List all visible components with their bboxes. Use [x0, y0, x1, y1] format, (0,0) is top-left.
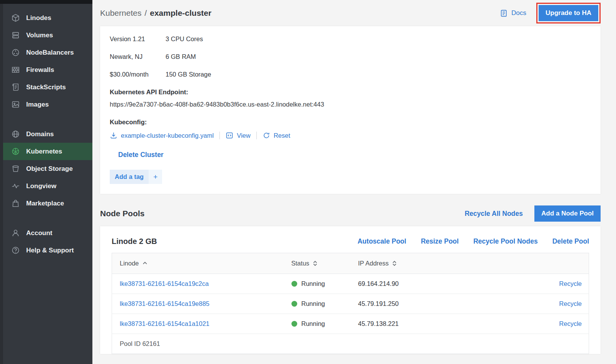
recycle-all-nodes-link[interactable]: Recycle All Nodes	[465, 210, 523, 218]
ip-address: 45.79.191.250	[350, 294, 470, 314]
recycle-node-link[interactable]: Recycle	[559, 300, 582, 307]
recycle-node-link[interactable]: Recycle	[559, 320, 582, 327]
pool-action-links: Autoscale Pool Resize Pool Recycle Pool …	[358, 237, 589, 245]
sidebar-item-nodebalancers[interactable]: NodeBalancers	[0, 44, 92, 61]
sidebar-item-longview[interactable]: Longview	[0, 177, 92, 195]
sidebar-item-label: Kubernetes	[26, 148, 62, 155]
column-header-status[interactable]: Status	[284, 253, 350, 274]
sidebar-item-volumes[interactable]: Volumes	[0, 27, 92, 44]
sidebar-group-services: Domains Kubernetes Object Storage	[0, 125, 92, 212]
table-row: lke38731-62161-6154ca1a1021 Running 45.7…	[112, 314, 589, 334]
sidebar-item-stackscripts[interactable]: StackScripts	[0, 78, 92, 96]
node-link[interactable]: lke38731-62161-6154ca1a1021	[120, 320, 209, 327]
cluster-storage: 150 GB Storage	[166, 71, 211, 78]
marketplace-bag-icon	[11, 199, 20, 208]
add-node-pool-button[interactable]: Add a Node Pool	[534, 205, 601, 222]
status-label: Running	[301, 320, 325, 327]
delete-pool-link[interactable]: Delete Pool	[552, 237, 589, 245]
sidebar-item-firewalls[interactable]: Firewalls	[0, 61, 92, 78]
ip-address: 45.79.138.221	[350, 314, 470, 334]
kubernetes-helm-icon	[11, 147, 20, 156]
divider	[256, 132, 257, 139]
sidebar-item-label: Longview	[26, 182, 56, 190]
sort-both-icon	[392, 260, 397, 266]
node-link[interactable]: lke38731-62161-6154ca19c2ca	[120, 280, 209, 287]
sort-asc-icon	[142, 260, 147, 266]
account-person-icon	[11, 229, 20, 238]
column-header-actions	[470, 253, 589, 274]
status-cell: Running	[291, 300, 350, 307]
sidebar-item-label: Firewalls	[26, 66, 54, 74]
kubeconfig-label: Kubeconfig:	[110, 119, 591, 126]
add-tag-button[interactable]: Add a tag +	[110, 170, 162, 184]
longview-pulse-icon	[11, 182, 20, 191]
sidebar-item-label: Linodes	[26, 14, 51, 22]
autoscale-pool-link[interactable]: Autoscale Pool	[358, 237, 406, 245]
cluster-cpu: 3 CPU Cores	[166, 35, 203, 43]
cluster-price: $30.00/month	[110, 71, 166, 78]
sidebar-item-label: Help & Support	[26, 247, 74, 254]
sidebar-item-label: Object Storage	[26, 165, 73, 173]
kubeconfig-download-link[interactable]: example-cluster-kubeconfig.yaml	[110, 132, 214, 139]
kubeconfig-reset-link[interactable]: Reset	[263, 132, 290, 139]
breadcrumb-separator: /	[144, 8, 147, 18]
main-content: Kubernetes / example-cluster Docs Upgrad…	[92, 0, 616, 364]
sidebar-group-compute: Linodes Volumes NodeBalancers	[0, 9, 92, 113]
docs-link[interactable]: Docs	[500, 9, 526, 17]
pool-name: Linode 2 GB	[112, 237, 157, 246]
upgrade-to-ha-button[interactable]: Upgrade to HA	[539, 5, 598, 21]
recycle-node-link[interactable]: Recycle	[559, 280, 582, 287]
sidebar-item-account[interactable]: Account	[0, 224, 92, 242]
view-code-icon	[226, 132, 233, 139]
node-pool-card: Linode 2 GB Autoscale Pool Resize Pool R…	[100, 226, 601, 354]
sidebar: Linodes Volumes NodeBalancers	[0, 0, 92, 364]
sidebar-item-label: Volumes	[26, 32, 53, 39]
status-cell: Running	[291, 320, 350, 327]
column-header-linode[interactable]: Linode	[112, 253, 284, 274]
sidebar-item-marketplace[interactable]: Marketplace	[0, 195, 92, 212]
node-pools-title: Node Pools	[100, 209, 145, 218]
api-endpoint-label: Kubernetes API Endpoint:	[110, 88, 591, 96]
sidebar-item-label: Account	[26, 229, 52, 237]
firewalls-brick-icon	[11, 65, 20, 75]
view-label: View	[237, 132, 250, 139]
sidebar-item-label: Domains	[26, 130, 54, 138]
cluster-region: Newark, NJ	[110, 53, 166, 60]
sidebar-item-kubernetes[interactable]: Kubernetes	[0, 143, 92, 160]
sidebar-logo-strip	[0, 0, 92, 4]
docs-icon	[500, 9, 508, 17]
sidebar-item-domains[interactable]: Domains	[0, 125, 92, 143]
page-header: Kubernetes / example-cluster Docs Upgrad…	[100, 0, 601, 22]
column-label: IP Address	[358, 260, 389, 267]
breadcrumb-current-cluster: example-cluster	[150, 8, 211, 18]
reset-refresh-icon	[263, 132, 270, 139]
status-cell: Running	[291, 280, 350, 287]
node-pools-header: Node Pools Recycle All Nodes Add a Node …	[100, 205, 601, 222]
breadcrumb-kubernetes-link[interactable]: Kubernetes	[100, 8, 141, 18]
sidebar-item-linodes[interactable]: Linodes	[0, 9, 92, 27]
reset-label: Reset	[274, 132, 290, 139]
status-dot-running	[291, 281, 297, 287]
pool-head: Linode 2 GB Autoscale Pool Resize Pool R…	[112, 237, 589, 246]
object-storage-bucket-icon	[11, 164, 20, 174]
column-header-ip-address[interactable]: IP Address	[350, 253, 470, 274]
sidebar-item-help-support[interactable]: Help & Support	[0, 242, 92, 259]
status-label: Running	[301, 300, 325, 307]
sidebar-item-images[interactable]: Images	[0, 96, 92, 113]
volumes-icon	[11, 31, 20, 40]
cluster-ram: 6 GB RAM	[166, 53, 196, 60]
sidebar-nav: Linodes Volumes NodeBalancers	[0, 4, 92, 259]
sidebar-edge-strip	[0, 4, 3, 364]
resize-pool-link[interactable]: Resize Pool	[421, 237, 459, 245]
sidebar-item-object-storage[interactable]: Object Storage	[0, 160, 92, 177]
domains-globe-icon	[11, 130, 20, 139]
ip-address: 69.164.214.90	[350, 274, 470, 294]
kubeconfig-view-link[interactable]: View	[226, 132, 250, 139]
sidebar-group-account: Account Help & Support	[0, 224, 92, 259]
recycle-pool-nodes-link[interactable]: Recycle Pool Nodes	[473, 237, 537, 245]
delete-cluster-link[interactable]: Delete Cluster	[118, 151, 164, 159]
node-pools-actions: Recycle All Nodes Add a Node Pool	[465, 205, 601, 222]
node-link[interactable]: lke38731-62161-6154ca19e885	[120, 300, 209, 307]
sidebar-item-label: NodeBalancers	[26, 49, 74, 57]
docs-label: Docs	[511, 9, 526, 17]
